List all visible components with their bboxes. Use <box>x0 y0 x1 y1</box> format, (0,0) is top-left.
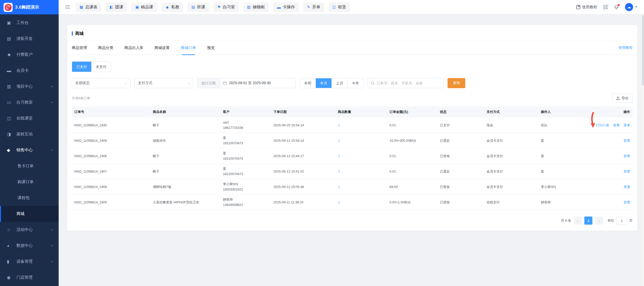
tabs-tutorial-link[interactable]: 使用教程 <box>618 45 633 50</box>
view-link[interactable]: 查看 <box>624 154 630 158</box>
view-link[interactable]: 查看 <box>613 123 619 127</box>
qty-link[interactable]: 1 <box>338 123 340 127</box>
col-pay-method: 支付方式 <box>484 106 538 117</box>
sidebar-subitem-mall[interactable]: 商城 <box>0 206 59 222</box>
sidebar-item-sales-center[interactable]: ◆销售中心 <box>0 142 59 158</box>
private-coach-icon: ☻ <box>165 5 169 9</box>
sidebar-item-data-center[interactable]: ◕数据中心 <box>0 238 59 254</box>
export-icon <box>616 97 620 100</box>
pay-toggle-row: 已支付 未支付 <box>67 55 637 72</box>
main-area: ▦总课表 ◧团课 ▣精品课 ☻私教 ▤班课 ⚑自习室 ▥储物柜 ▬卡操作 ✎开单… <box>59 0 644 286</box>
pay-status-toggle: 已支付 未支付 <box>72 61 111 72</box>
range-this-year-button[interactable]: 今年 <box>347 78 363 88</box>
notification-dot <box>618 4 620 6</box>
search-input[interactable] <box>377 81 440 85</box>
sidebar-item-paying-customers[interactable]: ☻付费客户 <box>0 47 59 63</box>
view-link[interactable]: 查看 <box>624 170 630 173</box>
sidebar-item-activity-center[interactable]: ☆活动中心 <box>0 222 59 238</box>
topnav-rental-button[interactable]: ◫租赁 <box>329 3 350 12</box>
range-this-month-button[interactable]: 本月 <box>316 78 331 88</box>
topnav-premium-class-button[interactable]: ▣精品课 <box>131 3 157 12</box>
table-row: NSO_11056814_1907 帽子 姜18210070473 2025-0… <box>72 164 633 179</box>
col-qty: 商品数量 <box>335 106 387 117</box>
topnav-schedule-button[interactable]: ▦总课表 <box>76 3 101 12</box>
paid-toggle-button[interactable]: 已支付 <box>72 62 91 72</box>
qty-link[interactable]: 1 <box>338 185 340 189</box>
tab-preview[interactable]: 预览 <box>207 41 215 55</box>
sidebar-item-device-management[interactable]: ▮设备管理 <box>0 254 59 270</box>
notification-bell-icon[interactable] <box>614 5 619 10</box>
date-filter-group: 统计日期 2025-09-01 至 2025-09-30 <box>197 78 296 88</box>
topnav-locker-button[interactable]: ▥储物柜 <box>243 3 269 12</box>
topnav-private-coach-button[interactable]: ☻私教 <box>162 3 183 12</box>
refund-link[interactable]: 退单 <box>624 123 630 127</box>
scrollbar-thumb[interactable] <box>642 15 644 86</box>
workbench-icon: ▣ <box>7 20 16 26</box>
sidebar-collapse-icon[interactable] <box>65 5 70 9</box>
sidebar-item-study-classroom[interactable]: ▭自习教室 <box>0 94 59 110</box>
tab-product-category[interactable]: 商品分类 <box>98 41 113 55</box>
chevron-down-icon <box>51 260 54 263</box>
tab-product-management[interactable]: 商品管理 <box>72 41 87 55</box>
next-page-button[interactable]: › <box>595 217 603 225</box>
qty-link[interactable]: 1 <box>338 200 340 204</box>
billing-icon: ✎ <box>307 5 310 9</box>
qty-link[interactable]: 1 <box>338 170 340 173</box>
topnav-billing-button[interactable]: ✎开单 <box>303 3 324 12</box>
table-row: NSO_11056814_1909 钥匙挂件 姜18210070473 2025… <box>72 133 633 148</box>
chevron-down-icon <box>51 101 54 103</box>
tag-icon: ◆ <box>7 148 16 153</box>
status-text: 已签收 <box>437 195 484 210</box>
user-menu[interactable]: ☁ <box>625 3 637 11</box>
current-page-button[interactable]: 1 <box>584 217 592 225</box>
view-link[interactable]: 查看 <box>624 185 630 189</box>
tab-mall-settings[interactable]: 商城设置 <box>154 41 170 55</box>
rental-icon: ◫ <box>332 5 336 9</box>
export-button[interactable]: 导出 <box>612 94 633 103</box>
users-icon: ☻ <box>7 52 16 57</box>
tab-stock-in-out[interactable]: 商品出入库 <box>124 41 143 55</box>
qr-code-icon[interactable] <box>603 5 608 9</box>
tutorial-button[interactable]: 使用教程 <box>576 5 597 10</box>
sidebar-item-home-school[interactable]: ◨家校互动 <box>0 126 59 142</box>
view-link[interactable]: 查看 <box>624 200 630 204</box>
range-this-week-button[interactable]: 本周 <box>300 78 316 88</box>
qty-link[interactable]: 1 <box>338 139 340 142</box>
sidebar-item-project-center[interactable]: ▥项目中心 <box>0 79 59 94</box>
sidebar-item-lead-development[interactable]: ▤潜客开发 <box>0 31 59 47</box>
col-operator: 操作人 <box>538 106 588 117</box>
topnav-card-ops-button[interactable]: ▬卡操作 <box>273 3 299 12</box>
sidebar-item-store-management[interactable]: ◉门店管理 <box>0 270 59 285</box>
topnav-study-room-button[interactable]: ⚑自习室 <box>214 3 239 12</box>
qty-link[interactable]: 1 <box>338 154 340 158</box>
app-logo <box>4 3 13 12</box>
chevron-up-icon <box>51 150 54 152</box>
unpaid-toggle-button[interactable]: 未支付 <box>91 62 111 72</box>
sidebar-subitem-course-package[interactable]: 课程包 <box>0 190 59 206</box>
query-button[interactable]: 查询 <box>448 78 465 88</box>
table-row: NSO_11056814_1906 潮牌纯棉T恤 李小荣001183033010… <box>72 179 633 195</box>
date-range-input[interactable]: 2025-09-01 至 2025-09-30 <box>220 78 296 88</box>
summary-row: 共有6条订单 导出 <box>67 88 637 105</box>
sidebar-item-online-class[interactable]: ◫在线课堂 <box>0 110 59 126</box>
tab-mall-orders[interactable]: 商城订单 <box>181 41 196 55</box>
sidebar-subitem-course-orders[interactable]: 购课订单 <box>0 174 59 190</box>
topnav-group-class-button[interactable]: ◧团课 <box>106 3 127 12</box>
status-text: 已支付 <box>437 117 484 133</box>
sidebar-subitem-card-orders[interactable]: 售卡订单 <box>0 158 59 174</box>
print-receipt-link[interactable]: 打印小票 <box>596 123 609 127</box>
range-last-month-button[interactable]: 上月 <box>331 78 347 88</box>
topnav-class-course-button[interactable]: ▤班课 <box>188 3 209 12</box>
brand-title: 3.0舞蹈演示 <box>15 4 39 10</box>
payment-method-select[interactable]: 支付方式 <box>135 78 193 88</box>
chevron-down-icon <box>51 228 54 231</box>
goto-page-input[interactable] <box>616 217 627 225</box>
sidebar-item-member-card[interactable]: ▬会员卡 <box>0 63 59 79</box>
prev-page-button[interactable]: ‹ <box>574 217 582 225</box>
col-amount: 订单金额(元) <box>387 106 437 117</box>
view-link[interactable]: 查看 <box>624 139 630 142</box>
sidebar-item-workbench[interactable]: ▣工作台 <box>0 15 59 31</box>
chevron-down-icon <box>125 82 127 84</box>
status-select[interactable]: 全部状态 <box>72 78 130 88</box>
scrollbar[interactable] <box>642 14 644 286</box>
